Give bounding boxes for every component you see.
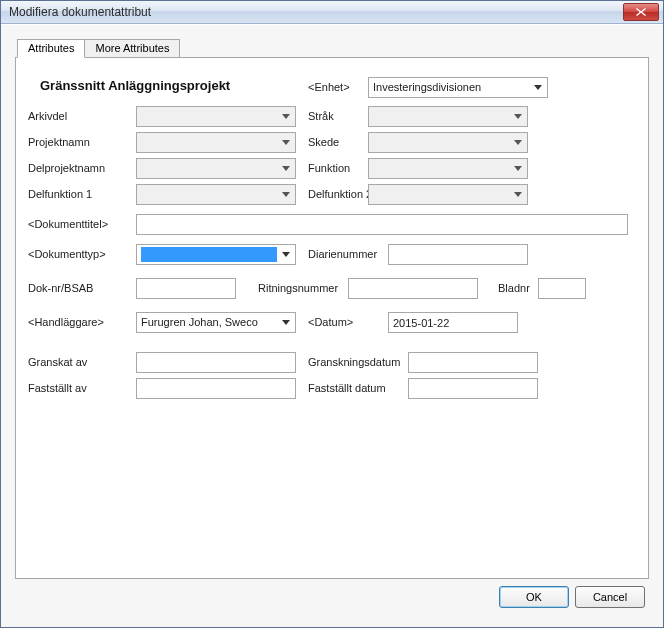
input-granskningsdatum[interactable]	[408, 352, 538, 373]
close-button[interactable]	[623, 3, 659, 21]
tab-more-attributes[interactable]: More Attributes	[84, 39, 180, 57]
label-funktion: Funktion	[308, 162, 350, 174]
select-arkivdel-value	[141, 109, 277, 124]
label-datum: <Datum>	[308, 316, 353, 328]
chevron-down-icon	[278, 187, 293, 202]
tab-attributes[interactable]: Attributes	[17, 39, 85, 58]
label-dokumenttyp: <Dokumenttyp>	[28, 248, 106, 260]
dialog-footer: OK Cancel	[15, 579, 649, 615]
label-delprojektnamn: Delprojektnamn	[28, 162, 105, 174]
select-strak[interactable]	[368, 106, 528, 127]
form-grid: Gränssnitt Anläggningsprojekt <Enhet> In…	[28, 68, 636, 568]
input-datum[interactable]	[388, 312, 518, 333]
label-delfunktion2: Delfunktion 2	[308, 188, 372, 200]
label-diarienummer: Diarienummer	[308, 248, 377, 260]
select-funktion[interactable]	[368, 158, 528, 179]
input-ritningsnummer[interactable]	[348, 278, 478, 299]
label-strak: Stråk	[308, 110, 334, 122]
select-skede[interactable]	[368, 132, 528, 153]
input-doknr[interactable]	[136, 278, 236, 299]
label-delfunktion1: Delfunktion 1	[28, 188, 92, 200]
select-delfunktion1[interactable]	[136, 184, 296, 205]
cancel-button[interactable]: Cancel	[575, 586, 645, 608]
chevron-down-icon	[510, 161, 525, 176]
select-enhet[interactable]: Investeringsdivisionen	[368, 77, 548, 98]
select-handlaggare[interactable]: Furugren Johan, Sweco	[136, 312, 296, 333]
label-ritningsnummer: Ritningsnummer	[258, 282, 338, 294]
label-skede: Skede	[308, 136, 339, 148]
ok-button[interactable]: OK	[499, 586, 569, 608]
label-faststalldatum: Fastställt datum	[308, 382, 386, 394]
chevron-down-icon	[510, 135, 525, 150]
chevron-down-icon	[278, 135, 293, 150]
page-title: Gränssnitt Anläggningsprojekt	[40, 78, 230, 93]
client-area: Attributes More Attributes Gränssnitt An…	[1, 24, 663, 627]
window-title: Modifiera dokumentattribut	[9, 5, 151, 19]
label-bladnr: Bladnr	[498, 282, 530, 294]
chevron-down-icon	[530, 80, 545, 95]
select-dokumenttyp-value	[141, 247, 277, 262]
input-diarienummer[interactable]	[388, 244, 528, 265]
input-faststalldatum[interactable]	[408, 378, 538, 399]
chevron-down-icon	[278, 161, 293, 176]
chevron-down-icon	[278, 109, 293, 124]
select-arkivdel[interactable]	[136, 106, 296, 127]
label-granskatav: Granskat av	[28, 356, 87, 368]
label-granskningsdatum: Granskningsdatum	[308, 356, 400, 368]
close-icon	[636, 8, 646, 16]
label-faststallav: Fastställt av	[28, 382, 87, 394]
input-faststallav[interactable]	[136, 378, 296, 399]
chevron-down-icon	[278, 315, 293, 330]
titlebar: Modifiera dokumentattribut	[1, 1, 663, 24]
select-dokumenttyp[interactable]	[136, 244, 296, 265]
chevron-down-icon	[278, 247, 293, 262]
label-projektnamn: Projektnamn	[28, 136, 90, 148]
chevron-down-icon	[510, 187, 525, 202]
tab-panel-attributes: Gränssnitt Anläggningsprojekt <Enhet> In…	[15, 57, 649, 579]
input-bladnr[interactable]	[538, 278, 586, 299]
label-arkivdel: Arkivdel	[28, 110, 67, 122]
tab-strip: Attributes More Attributes	[17, 39, 649, 57]
label-dokumenttitel: <Dokumenttitel>	[28, 218, 108, 230]
dialog-window: Modifiera dokumentattribut Attributes Mo…	[0, 0, 664, 628]
label-doknr: Dok-nr/BSAB	[28, 282, 93, 294]
select-delfunktion2[interactable]	[368, 184, 528, 205]
label-handlaggare: <Handläggare>	[28, 316, 104, 328]
select-handlaggare-value: Furugren Johan, Sweco	[141, 315, 277, 330]
input-granskatav[interactable]	[136, 352, 296, 373]
label-enhet: <Enhet>	[308, 81, 350, 93]
input-dokumenttitel[interactable]	[136, 214, 628, 235]
select-enhet-value: Investeringsdivisionen	[373, 80, 529, 95]
chevron-down-icon	[510, 109, 525, 124]
select-delprojektnamn[interactable]	[136, 158, 296, 179]
select-projektnamn[interactable]	[136, 132, 296, 153]
